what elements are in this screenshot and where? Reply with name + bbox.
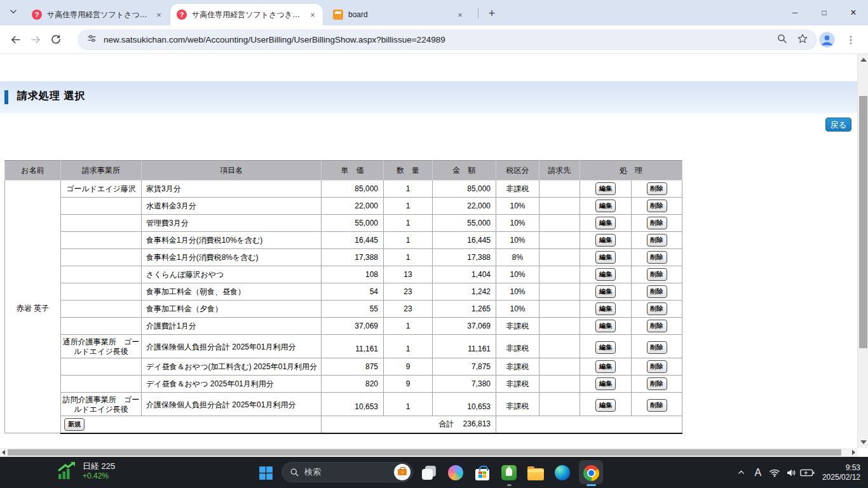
edit-button[interactable]: 編集 <box>595 377 616 390</box>
edit-button[interactable]: 編集 <box>595 285 616 298</box>
billing-table: お名前 請求事業所 項目名 単 価 数 量 金 額 税区分 請求先 処 理 赤岩… <box>4 160 682 434</box>
edit-button[interactable]: 編集 <box>595 302 616 315</box>
green-app-icon <box>501 465 517 480</box>
edit-cell: 編集 <box>580 249 632 266</box>
person-icon <box>819 32 835 48</box>
delete-button[interactable]: 削除 <box>647 182 667 195</box>
billing-table-row: さくらんぼ藤沢おやつ 108 13 1,404 10% 編集 削除 <box>5 266 682 283</box>
bookmark-star-icon[interactable] <box>797 33 808 47</box>
site-settings-icon[interactable] <box>86 33 97 46</box>
edit-button[interactable]: 編集 <box>595 182 616 195</box>
browser-tab-1[interactable]: ? サ高住専用経営ソフトさつきちゃん × <box>25 4 169 25</box>
zoom-icon[interactable] <box>776 33 788 47</box>
scroll-up-arrow-icon[interactable] <box>860 58 867 62</box>
tax-category-cell: 10% <box>496 266 539 283</box>
search-highlight-icon[interactable] <box>394 464 410 480</box>
scroll-left-arrow-icon[interactable] <box>2 450 5 455</box>
edit-cell: 編集 <box>580 318 632 335</box>
battery-button[interactable] <box>799 464 816 482</box>
bill-to-cell <box>539 393 580 416</box>
stock-widget[interactable]: 日経 225 +0.42% <box>56 461 115 481</box>
url-text: new.satsukichan.com/web/Accounting/UserB… <box>104 35 776 44</box>
chrome-button[interactable] <box>582 464 600 482</box>
tax-category-cell: 10% <box>496 232 539 249</box>
tab-close-icon[interactable]: × <box>455 10 465 20</box>
vertical-scrollbar-thumb[interactable] <box>859 96 867 348</box>
back-navigation-button[interactable] <box>5 29 25 50</box>
scroll-right-arrow-icon[interactable] <box>852 450 855 455</box>
scroll-down-arrow-icon[interactable] <box>860 440 867 444</box>
delete-button[interactable]: 削除 <box>647 268 667 281</box>
close-button[interactable]: × <box>839 0 868 25</box>
microsoft-store-button[interactable] <box>473 464 491 482</box>
delete-button[interactable]: 削除 <box>647 320 667 332</box>
bill-to-cell <box>539 335 580 358</box>
delete-button[interactable]: 削除 <box>647 285 667 298</box>
delete-button[interactable]: 削除 <box>647 377 667 390</box>
edit-button[interactable]: 編集 <box>595 268 616 281</box>
new-tab-button[interactable]: + <box>484 6 499 21</box>
copilot-button[interactable] <box>447 464 465 482</box>
edit-button[interactable]: 編集 <box>595 217 616 229</box>
amount-cell: 7,875 <box>433 358 496 376</box>
edit-cell: 編集 <box>580 180 632 198</box>
item-name-cell: さくらんぼ藤沢おやつ <box>142 266 322 283</box>
customer-name-cell: 赤岩 英子 <box>5 180 61 433</box>
edit-cell: 編集 <box>580 376 632 393</box>
horizontal-scrollbar[interactable] <box>0 448 857 457</box>
taskbar-clock[interactable]: 9:53 2025/02/12 <box>822 463 860 482</box>
tab-close-icon[interactable]: × <box>308 10 318 20</box>
delete-button[interactable]: 削除 <box>647 302 667 315</box>
profile-avatar[interactable] <box>819 32 835 48</box>
satsukichan-favicon-icon: ? <box>32 10 42 20</box>
quantity-cell: 1 <box>384 180 433 198</box>
task-view-button[interactable] <box>420 464 438 482</box>
edit-button[interactable]: 編集 <box>595 360 616 373</box>
satsukichan-app-button[interactable] <box>500 464 518 482</box>
edit-cell: 編集 <box>580 232 632 249</box>
volume-button[interactable] <box>783 464 799 482</box>
tax-category-cell: 非課税 <box>496 318 539 335</box>
new-button[interactable]: 新規 <box>64 418 85 431</box>
edit-cell: 編集 <box>580 358 632 376</box>
edit-button[interactable]: 編集 <box>595 251 616 264</box>
delete-button[interactable]: 削除 <box>647 217 667 229</box>
file-explorer-button[interactable] <box>527 464 545 482</box>
start-button[interactable] <box>257 464 275 482</box>
edit-button[interactable]: 編集 <box>595 200 616 212</box>
delete-button[interactable]: 削除 <box>647 234 667 247</box>
tab-close-icon[interactable]: × <box>154 10 164 20</box>
delete-button[interactable]: 削除 <box>647 200 667 212</box>
browser-menu-button[interactable]: ⋮ <box>843 31 859 48</box>
horizontal-scrollbar-thumb[interactable] <box>8 449 841 456</box>
edit-button[interactable]: 編集 <box>595 234 616 247</box>
forward-navigation-button[interactable] <box>25 29 46 50</box>
edit-button[interactable]: 編集 <box>595 320 616 332</box>
tray-chevron-up-button[interactable] <box>733 464 750 482</box>
billing-office-cell <box>61 232 142 249</box>
vertical-scrollbar[interactable] <box>857 54 868 448</box>
ime-indicator[interactable]: A <box>750 464 766 482</box>
delete-button[interactable]: 削除 <box>647 341 667 354</box>
billing-office-cell <box>61 249 142 266</box>
browser-tab-2-active[interactable]: ? サ高住専用経営ソフトさつきちゃん × <box>170 4 323 25</box>
new-button-cell: 新規 <box>61 416 322 433</box>
delete-button[interactable]: 削除 <box>647 251 667 264</box>
edit-button[interactable]: 編集 <box>595 399 616 412</box>
total-cell: 合計236,813 <box>322 416 496 433</box>
window-controls: ─ □ × <box>780 0 868 25</box>
delete-button[interactable]: 削除 <box>647 360 667 373</box>
url-bar[interactable]: new.satsukichan.com/web/Accounting/UserB… <box>78 29 817 50</box>
wifi-button[interactable] <box>766 464 783 482</box>
reload-button[interactable] <box>46 29 66 50</box>
return-button[interactable]: 戻る <box>825 118 851 132</box>
maximize-button[interactable]: □ <box>810 0 839 25</box>
minimize-button[interactable]: ─ <box>780 0 810 25</box>
edit-button[interactable]: 編集 <box>595 341 616 354</box>
browser-tab-3[interactable]: board × <box>327 4 470 25</box>
taskbar-search-box[interactable]: 検索 <box>281 462 413 482</box>
quantity-cell: 1 <box>384 335 433 358</box>
delete-button[interactable]: 削除 <box>647 399 667 412</box>
tab-search-button[interactable] <box>5 6 22 20</box>
edge-button[interactable] <box>553 464 571 482</box>
